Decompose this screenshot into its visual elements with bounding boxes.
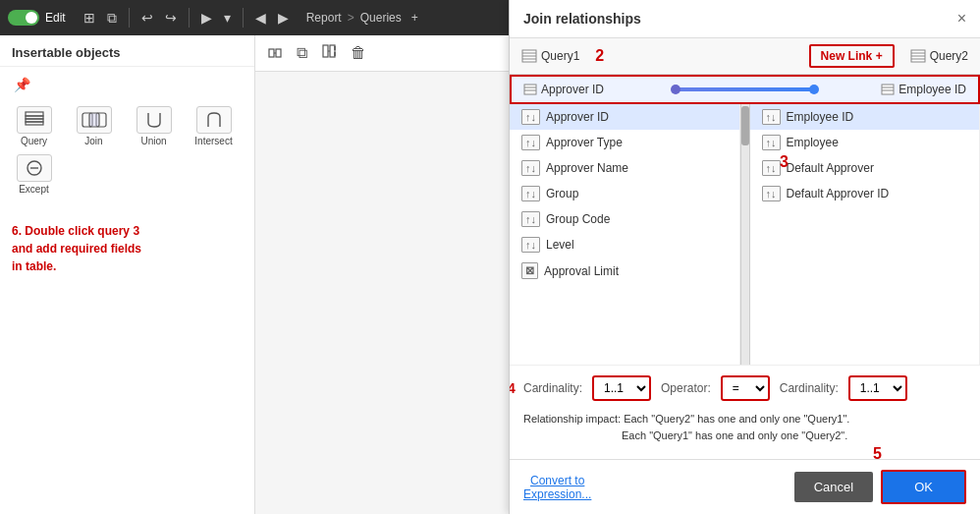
link-icon[interactable]	[317, 41, 341, 65]
field-item-level[interactable]: ↑↓ Level	[510, 232, 739, 257]
join-dialog: Join relationships × Query1 2 New Link +…	[509, 0, 980, 514]
tool-intersect[interactable]: Intersect	[191, 106, 236, 146]
intersect-icon	[196, 106, 232, 134]
field-label-approver-type: Approver Type	[546, 136, 623, 149]
cardinality-right-select[interactable]: 1..1	[848, 375, 907, 401]
intersect-label: Intersect	[194, 136, 232, 146]
field-label-default-approver: Default Approver	[787, 161, 874, 175]
tool-join[interactable]: Join	[72, 106, 116, 146]
link-field-left: Approver ID	[523, 83, 666, 96]
delete-icon[interactable]: 🗑	[347, 42, 370, 64]
sidebar-title: Insertable objects	[0, 35, 254, 67]
sep1	[129, 8, 130, 28]
copy-icon[interactable]: ⧉	[103, 8, 121, 29]
field-item-employee[interactable]: ↑↓ Employee	[750, 130, 980, 155]
join-link-row[interactable]: Approver ID Employee ID	[510, 75, 980, 104]
breadcrumb-queries[interactable]: Queries	[360, 11, 402, 25]
undo-icon[interactable]: ↩	[137, 8, 157, 28]
scrollbar-thumb[interactable]	[741, 106, 749, 145]
add-tab-button[interactable]: +	[408, 11, 422, 25]
field-item-approver-type[interactable]: ↑↓ Approver Type	[510, 130, 739, 155]
redo-icon[interactable]: ↪	[161, 8, 181, 28]
dialog-body: Query1 2 New Link + Query2 Approver ID	[510, 38, 980, 459]
relationship-impact: Relationship impact: Each "Query2" has o…	[523, 407, 966, 449]
join-icon	[77, 106, 112, 134]
join-label: Join	[84, 136, 102, 146]
convert-button[interactable]: Convert to Expression...	[523, 474, 591, 501]
copy-icon[interactable]: ⧉	[293, 42, 311, 64]
field-icon-r0: ↑↓	[762, 109, 781, 125]
run-icon[interactable]: ▶	[197, 8, 216, 28]
field-label-default-approver-id: Default Approver ID	[787, 187, 890, 200]
field-icon-0: ↑↓	[521, 109, 540, 125]
forward-icon[interactable]: ▶	[274, 8, 293, 28]
scrollbar-track[interactable]	[740, 104, 750, 365]
field-item-group-code[interactable]: ↑↓ Group Code	[510, 206, 739, 232]
breadcrumb: Report > Queries +	[306, 11, 422, 25]
sidebar: Insertable objects 📌 Query Join	[0, 35, 255, 514]
svg-rect-12	[323, 45, 328, 57]
field-item-approver-id[interactable]: ↑↓ Approver ID	[510, 104, 739, 130]
svg-rect-3	[26, 122, 43, 125]
snap-icon[interactable]	[263, 41, 287, 65]
edit-label: Edit	[45, 11, 66, 25]
field-label-group-code: Group Code	[546, 212, 610, 226]
relationship-impact-prefix: Relationship impact:	[523, 413, 621, 425]
cardinality-section: 4 Cardinality: 1..1 Operator: = Cardinal…	[510, 365, 980, 459]
annotation-5: 5	[873, 445, 882, 463]
tool-except[interactable]: Except	[12, 154, 56, 195]
dialog-footer: Convert to Expression... Cancel OK 5	[510, 459, 980, 514]
grid-icon[interactable]: ⊞	[80, 8, 99, 28]
operator-select[interactable]: =	[721, 375, 770, 401]
field-icon-5: ↑↓	[521, 237, 540, 253]
field-item-group[interactable]: ↑↓ Group	[510, 181, 739, 206]
right-field-list: ↑↓ Employee ID ↑↓ Employee ↑↓ Default Ap…	[750, 104, 981, 365]
field-label-approver-name: Approver Name	[546, 161, 628, 175]
new-link-plus-icon: +	[876, 49, 883, 63]
link-connector	[674, 87, 816, 91]
field-lists: ↑↓ Approver ID ↑↓ Approver Type ↑↓ Appro…	[510, 104, 980, 365]
pin-icon[interactable]: 📌	[12, 75, 31, 94]
field-item-employee-id[interactable]: ↑↓ Employee ID	[750, 104, 980, 130]
join-header: Query1 2 New Link + Query2	[510, 38, 980, 75]
toolbar-icon-group: ⊞ ⧉ ↩ ↪ ▶ ▾ ◀ ▶	[80, 8, 293, 29]
new-link-label: New Link	[821, 49, 873, 63]
field-item-default-approver-id[interactable]: ↑↓ Default Approver ID	[750, 181, 980, 206]
field-label-approver-id: Approver ID	[546, 110, 609, 124]
ok-button[interactable]: OK	[881, 470, 966, 504]
field-label-group: Group	[546, 187, 578, 200]
sep2	[189, 8, 190, 28]
tool-union[interactable]: Union	[132, 106, 176, 146]
main-layout: Insertable objects 📌 Query Join	[0, 35, 980, 514]
field-item-approver-name[interactable]: ↑↓ Approver Name	[510, 155, 739, 181]
svg-rect-9	[269, 49, 274, 57]
cardinality-left-select[interactable]: 1..1	[592, 375, 651, 401]
relationship-text-1: Each "Query2" has one and only one "Quer…	[624, 413, 849, 425]
field-icon-2: ↑↓	[521, 160, 540, 176]
operator-label: Operator:	[661, 381, 711, 395]
join-query-right-label: Query2	[910, 49, 968, 63]
svg-rect-54	[882, 85, 894, 94]
field-label-employee-id: Employee ID	[787, 110, 854, 124]
link-field-right: Employee ID	[824, 83, 966, 96]
sidebar-annotation: 6. Double click query 3 and add required…	[0, 206, 254, 291]
sep3	[243, 8, 244, 28]
edit-toggle[interactable]	[8, 10, 39, 26]
cardinality-left-label: Cardinality:	[523, 381, 582, 395]
svg-rect-6	[89, 113, 99, 127]
new-link-button[interactable]: New Link +	[809, 44, 895, 68]
back-icon[interactable]: ◀	[251, 8, 270, 28]
annotation-3: 3	[780, 153, 789, 171]
dialog-close-button[interactable]: ×	[957, 10, 966, 28]
query-icon	[17, 106, 52, 134]
tool-query[interactable]: Query	[12, 106, 56, 146]
run-more-icon[interactable]: ▾	[220, 8, 235, 28]
except-label: Except	[19, 184, 49, 195]
field-item-approval-limit[interactable]: ⊠ Approval Limit	[510, 257, 739, 284]
relationship-text-2: Each "Query1" has one and only one "Quer…	[622, 429, 847, 441]
breadcrumb-report[interactable]: Report	[306, 11, 342, 25]
toggle-knob	[26, 12, 37, 24]
cancel-button[interactable]: Cancel	[794, 472, 873, 502]
left-field-list: ↑↓ Approver ID ↑↓ Approver Type ↑↓ Appro…	[510, 104, 740, 365]
field-icon-r1: ↑↓	[762, 135, 781, 150]
